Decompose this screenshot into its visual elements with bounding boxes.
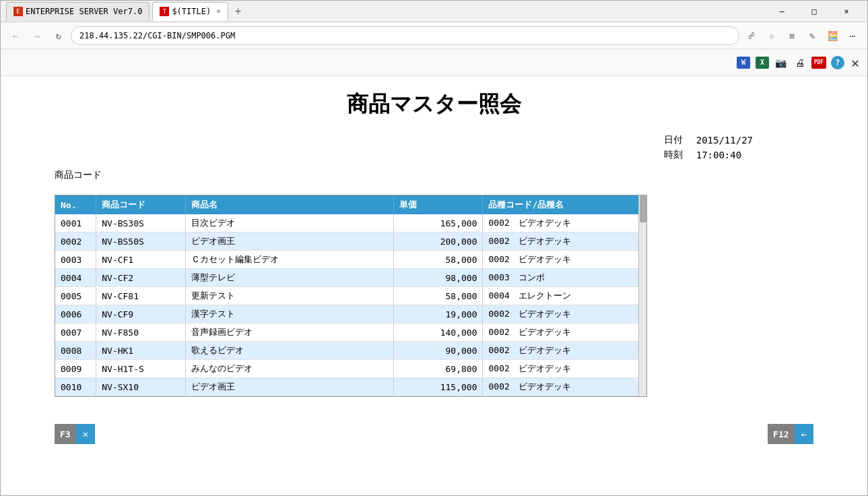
enterprise-tab-icon: E bbox=[13, 7, 23, 16]
f12-button[interactable]: F12 ← bbox=[768, 424, 813, 444]
cell-name: ビデオ画王 bbox=[185, 232, 393, 251]
date-value: 2015/11/27 bbox=[690, 133, 760, 148]
cell-price: 69,800 bbox=[393, 360, 483, 378]
f12-action[interactable]: ← bbox=[795, 424, 813, 444]
col-header-code: 商品コード bbox=[96, 195, 186, 214]
cell-no: 0002 bbox=[55, 232, 96, 251]
close-button[interactable]: × bbox=[831, 1, 862, 22]
table-row[interactable]: 0002 NV-BS50S ビデオ画王 200,000 0002 ビデオデッキ bbox=[55, 232, 646, 251]
cell-code: NV-CF81 bbox=[96, 287, 186, 305]
reader-view-icon[interactable]: ☍ bbox=[742, 26, 761, 45]
table-row[interactable]: 0006 NV-CF9 漢字テスト 19,000 0002 ビデオデッキ bbox=[55, 305, 646, 323]
table-row[interactable]: 0004 NV-CF2 薄型テレビ 98,000 0003 コンポ bbox=[55, 269, 646, 287]
table-header-row: No. 商品コード 商品名 単価 品種コード/品種名 bbox=[55, 195, 646, 214]
table-row[interactable]: 0008 NV-HK1 歌えるビデオ 90,000 0002 ビデオデッキ bbox=[55, 342, 646, 360]
toolbar-close-button[interactable]: ✕ bbox=[848, 55, 862, 71]
cell-no: 0005 bbox=[55, 287, 96, 305]
cell-no: 0007 bbox=[55, 323, 96, 342]
cell-name: 目次ビデオ bbox=[185, 214, 393, 232]
scrollbar-thumb[interactable] bbox=[640, 195, 646, 222]
cell-category: 0004 エレクトーン bbox=[483, 287, 646, 305]
address-bar[interactable] bbox=[71, 26, 739, 45]
cell-price: 140,000 bbox=[393, 323, 483, 342]
title-bar: E ENTERPRISE SERVER Ver7.0 T $(TITLE) × … bbox=[1, 1, 867, 22]
cell-no: 0008 bbox=[55, 342, 96, 360]
table-row[interactable]: 0010 NV-SX10 ビデオ画王 115,000 0002 ビデオデッキ bbox=[55, 378, 646, 396]
f3-action[interactable]: ✕ bbox=[76, 424, 95, 444]
scrollbar[interactable] bbox=[638, 195, 646, 396]
f3-button[interactable]: F3 ✕ bbox=[55, 424, 95, 444]
refresh-button[interactable]: ↻ bbox=[49, 26, 68, 45]
cell-price: 58,000 bbox=[393, 287, 483, 305]
window-controls: — □ × bbox=[766, 1, 862, 22]
cell-category: 0002 ビデオデッキ bbox=[483, 305, 646, 323]
page-content: 商品マスター照会 日付 2015/11/27 時刻 17:00:40 商品コード bbox=[1, 76, 867, 495]
back-button[interactable]: ← bbox=[6, 26, 25, 45]
f3-label: F3 bbox=[55, 424, 76, 444]
cell-price: 19,000 bbox=[393, 305, 483, 323]
cell-price: 98,000 bbox=[393, 269, 483, 287]
cell-name: 更新テスト bbox=[185, 287, 393, 305]
extensions-icon[interactable]: 🧮 bbox=[823, 26, 842, 45]
table-row[interactable]: 0009 NV-H1T-S みんなのビデオ 69,800 0002 ビデオデッキ bbox=[55, 360, 646, 378]
table-row[interactable]: 0003 NV-CF1 Ｃカセット編集ビデオ 58,000 0002 ビデオデッ… bbox=[55, 251, 646, 269]
cell-no: 0001 bbox=[55, 214, 96, 232]
cell-code: NV-BS50S bbox=[96, 232, 186, 251]
tab-close-button[interactable]: × bbox=[216, 7, 221, 16]
tab-enterprise-label: ENTERPRISE SERVER Ver7.0 bbox=[26, 7, 142, 16]
word-icon[interactable]: W bbox=[735, 55, 752, 70]
minimize-button[interactable]: — bbox=[766, 1, 797, 22]
cell-name: 薄型テレビ bbox=[185, 269, 393, 287]
cell-code: NV-CF1 bbox=[96, 251, 186, 269]
cell-category: 0002 ビデオデッキ bbox=[483, 323, 646, 342]
tab-enterprise[interactable]: E ENTERPRISE SERVER Ver7.0 bbox=[6, 2, 149, 21]
new-tab-button[interactable]: + bbox=[231, 5, 246, 18]
col-header-price: 単価 bbox=[393, 195, 483, 214]
cell-code: NV-H1T-S bbox=[96, 360, 186, 378]
help-icon[interactable]: ? bbox=[830, 55, 846, 70]
time-value: 17:00:40 bbox=[690, 148, 760, 162]
table-row[interactable]: 0005 NV-CF81 更新テスト 58,000 0004 エレクトーン bbox=[55, 287, 646, 305]
cell-category: 0002 ビデオデッキ bbox=[483, 360, 646, 378]
nav-bar: ← → ↻ ☍ ☆ ≡ ✎ 🧮 ⋯ bbox=[1, 22, 867, 49]
table-row[interactable]: 0001 NV-BS30S 目次ビデオ 165,000 0002 ビデオデッキ bbox=[55, 214, 646, 232]
maximize-button[interactable]: □ bbox=[799, 1, 830, 22]
favorites-icon[interactable]: ☆ bbox=[762, 26, 781, 45]
cell-no: 0003 bbox=[55, 251, 96, 269]
excel-icon[interactable]: X bbox=[754, 55, 770, 70]
feedback-icon[interactable]: ✎ bbox=[803, 26, 822, 45]
toolbar: W X 📷 🖨 PDF ? ✕ bbox=[1, 49, 867, 76]
cell-code: NV-BS30S bbox=[96, 214, 186, 232]
settings-icon[interactable]: ⋯ bbox=[843, 26, 862, 45]
cell-code: NV-CF2 bbox=[96, 269, 186, 287]
forward-button[interactable]: → bbox=[28, 26, 46, 45]
cell-code: NV-CF9 bbox=[96, 305, 186, 323]
pdf-icon[interactable]: PDF bbox=[811, 55, 827, 70]
cell-no: 0006 bbox=[55, 305, 96, 323]
tab-title-label: $(TITLE) bbox=[172, 7, 211, 16]
cell-name: Ｃカセット編集ビデオ bbox=[185, 251, 393, 269]
cell-price: 115,000 bbox=[393, 378, 483, 396]
col-header-category: 品種コード/品種名 bbox=[483, 195, 646, 214]
cell-no: 0010 bbox=[55, 378, 96, 396]
browser-window: E ENTERPRISE SERVER Ver7.0 T $(TITLE) × … bbox=[0, 0, 868, 496]
cell-code: NV-HK1 bbox=[96, 342, 186, 360]
cell-code: NV-F850 bbox=[96, 323, 186, 342]
col-header-no: No. bbox=[55, 195, 96, 214]
table-row[interactable]: 0007 NV-F850 音声録画ビデオ 140,000 0002 ビデオデッキ bbox=[55, 323, 646, 342]
cell-name: ビデオ画王 bbox=[185, 378, 393, 396]
tab-title[interactable]: T $(TITLE) × bbox=[152, 2, 228, 21]
cell-price: 90,000 bbox=[393, 342, 483, 360]
data-table-wrapper: No. 商品コード 商品名 単価 品種コード/品種名 0001 NV-BS30S… bbox=[55, 195, 647, 397]
cell-name: 音声録画ビデオ bbox=[185, 323, 393, 342]
cell-no: 0009 bbox=[55, 360, 96, 378]
cell-name: 漢字テスト bbox=[185, 305, 393, 323]
cell-name: みんなのビデオ bbox=[185, 360, 393, 378]
print-icon[interactable]: 🖨 bbox=[792, 55, 808, 70]
cell-category: 0002 ビデオデッキ bbox=[483, 214, 646, 232]
collections-icon[interactable]: ≡ bbox=[782, 26, 801, 45]
cell-category: 0003 コンポ bbox=[483, 269, 646, 287]
camera-icon[interactable]: 📷 bbox=[773, 55, 789, 70]
cell-code: NV-SX10 bbox=[96, 378, 186, 396]
info-section: 日付 2015/11/27 時刻 17:00:40 bbox=[28, 133, 760, 162]
